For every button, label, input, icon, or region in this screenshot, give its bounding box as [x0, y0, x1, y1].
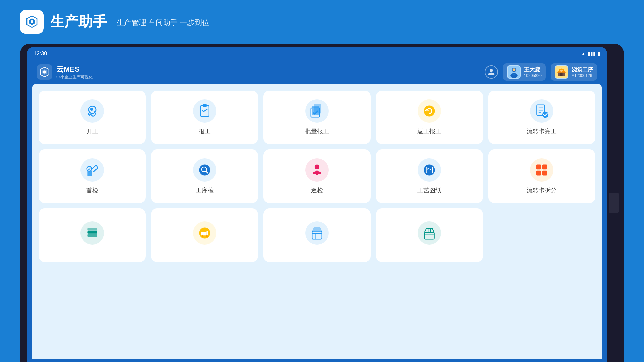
svg-rect-35 [536, 165, 541, 170]
status-time: 12:30 [34, 51, 47, 57]
gongxujian-icon [193, 158, 216, 182]
main-content: 开工 报工 [32, 84, 602, 359]
svg-point-30 [315, 165, 320, 170]
logo-area: 云MES 中小企业生产可视化 [37, 64, 93, 80]
svg-rect-9 [560, 73, 562, 76]
fangong-icon [418, 99, 441, 123]
menu-item-baozhuang[interactable] [263, 208, 370, 262]
kaifang-icon [418, 221, 441, 245]
mes-logo-icon [37, 64, 52, 80]
user-avatar [507, 65, 521, 79]
svg-point-13 [90, 108, 93, 111]
app-header: 云MES 中小企业生产可视化 [27, 60, 607, 84]
svg-rect-43 [201, 232, 207, 235]
svg-rect-15 [202, 104, 207, 107]
shoujian-icon [80, 158, 104, 182]
app-title: 生产助手 [50, 12, 107, 31]
gongyi-icon [418, 158, 441, 182]
svg-rect-36 [542, 165, 547, 170]
svg-rect-31 [316, 171, 318, 175]
svg-point-34 [428, 168, 429, 170]
user-card[interactable]: 王大鹿 10205820 [503, 63, 546, 81]
user-name: 王大鹿 [524, 66, 542, 73]
cheliang-icon [193, 221, 216, 245]
menu-item-chafen[interactable]: 流转卡拆分 [488, 149, 595, 203]
logo-sub: 中小企业生产可视化 [56, 74, 93, 80]
app-subtitle: 生产管理 车间助手 一步到位 [117, 18, 209, 28]
liuzhuan-wangong-icon [530, 99, 553, 123]
signal-icon: ▮▮▮ [588, 51, 596, 56]
gongyi-label: 工艺图纸 [417, 186, 441, 194]
svg-rect-46 [312, 231, 322, 239]
chafen-label: 流转卡拆分 [527, 186, 557, 194]
status-bar: 12:30 ▲ ▮▮▮ ▮ [27, 47, 607, 60]
app-logo [20, 10, 44, 34]
baozhuang-icon [305, 221, 329, 245]
svg-point-1 [43, 71, 46, 74]
svg-rect-39 [87, 231, 97, 234]
svg-point-5 [512, 68, 515, 71]
wifi-icon: ▲ [581, 51, 586, 56]
svg-point-27 [199, 165, 210, 176]
menu-item-cangku[interactable] [39, 208, 146, 262]
svg-rect-49 [425, 232, 434, 239]
kaigong-icon [80, 99, 104, 123]
workshop-name: 浇筑工序 [572, 66, 593, 73]
home-button[interactable] [609, 193, 619, 213]
tablet-frame: 12:30 ▲ ▮▮▮ ▮ 云MES 中小企业生产可视化 [20, 44, 624, 362]
menu-item-xunjian[interactable]: 巡检 [263, 149, 370, 203]
top-banner: 生产助手 生产管理 车间助手 一步到位 [0, 0, 644, 44]
svg-rect-41 [87, 228, 97, 230]
svg-point-44 [202, 235, 204, 237]
svg-rect-17 [312, 106, 319, 115]
status-icons: ▲ ▮▮▮ ▮ [581, 51, 600, 56]
menu-item-liuzhuanwangong[interactable]: 流转卡完工 [488, 90, 595, 144]
svg-rect-37 [536, 171, 541, 176]
menu-item-shoujian[interactable]: 首检 [39, 149, 146, 203]
battery-icon: ▮ [598, 51, 600, 56]
piliang-label: 批量报工 [305, 127, 329, 135]
chafen-icon [530, 158, 553, 182]
workshop-id: A12000126 [572, 73, 593, 78]
workshop-card[interactable]: 浇筑工序 A12000126 [551, 63, 597, 81]
baogong-label: 报工 [199, 127, 211, 135]
svg-point-45 [206, 235, 208, 237]
piliang-icon [305, 99, 329, 123]
workshop-avatar [555, 65, 568, 79]
svg-rect-40 [87, 234, 97, 237]
menu-item-cheliang[interactable] [151, 208, 258, 262]
menu-grid: 开工 报工 [39, 90, 595, 262]
svg-point-19 [424, 106, 435, 117]
menu-item-baogong[interactable]: 报工 [151, 90, 258, 144]
menu-item-gongxujian[interactable]: 工序检 [151, 149, 258, 203]
menu-item-piliang[interactable]: 批量报工 [263, 90, 370, 144]
workshop-info: 浇筑工序 A12000126 [572, 66, 593, 78]
menu-item-fangong[interactable]: 返工报工 [376, 90, 483, 144]
xunjian-icon [305, 158, 329, 182]
kaigong-label: 开工 [86, 127, 98, 135]
menu-item-kaigong[interactable]: 开工 [39, 90, 146, 144]
svg-rect-11 [559, 69, 564, 70]
shoujian-label: 首检 [86, 186, 98, 194]
baogong-icon [193, 99, 216, 123]
xunjian-label: 巡检 [311, 186, 323, 194]
gongxujian-label: 工序检 [196, 186, 214, 194]
menu-item-kaifang[interactable] [376, 208, 483, 262]
logo-main: 云MES [56, 64, 93, 74]
liuzhuan-wangong-label: 流转卡完工 [527, 127, 557, 135]
user-id: 10205820 [524, 73, 542, 78]
svg-point-26 [87, 166, 92, 171]
svg-point-32 [424, 165, 435, 176]
cangku-icon [80, 221, 104, 245]
menu-item-gongyi[interactable]: 工艺图纸 [376, 149, 483, 203]
user-info: 王大鹿 10205820 [524, 66, 542, 78]
logo-text: 云MES 中小企业生产可视化 [56, 64, 93, 80]
fangong-label: 返工报工 [417, 127, 441, 135]
header-right: 王大鹿 10205820 [485, 63, 597, 81]
svg-rect-38 [542, 171, 547, 176]
tablet-screen: 12:30 ▲ ▮▮▮ ▮ 云MES 中小企业生产可视化 [27, 47, 607, 362]
user-profile-icon[interactable] [485, 65, 498, 79]
